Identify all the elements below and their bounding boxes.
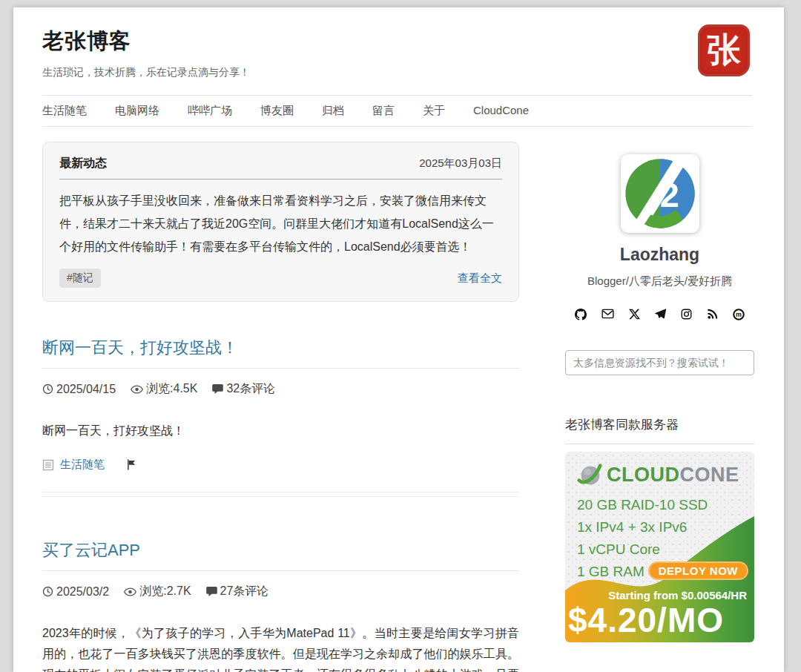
flag-icon[interactable]: [127, 459, 136, 470]
seal-logo[interactable]: 张: [698, 24, 750, 76]
post-excerpt: 2023年的时候，《为了孩子的学习，入手华为MatePad 11》。当时主要是给…: [42, 623, 519, 672]
avatar-logo: 2: [621, 154, 699, 233]
ad-monthly-price: $4.20/MO: [568, 600, 724, 640]
github-icon[interactable]: [575, 309, 587, 320]
notice-divider: [59, 179, 502, 179]
clock-icon: [42, 383, 53, 395]
ad-brand-cloud: CLOUD: [607, 464, 680, 486]
svg-text:m: m: [736, 311, 742, 318]
nav-item-friends[interactable]: 博友圈: [260, 104, 294, 118]
avatar[interactable]: 2: [621, 154, 699, 233]
site-title[interactable]: 老张博客: [42, 27, 752, 56]
post-date: 2025/04/15: [56, 383, 116, 396]
seal-character: 张: [707, 27, 741, 73]
ad-brand-cone: CONE: [680, 464, 739, 486]
notice-content: 把平板从孩子手里没收回来，准备做来日常看资料学习之后，安装了微信用来传文件，结果…: [59, 189, 502, 258]
rss-icon[interactable]: [707, 309, 718, 320]
profile-bio: Blogger/八零后老头/爱好折腾: [565, 274, 754, 289]
cloudcone-logo-icon: [576, 461, 604, 489]
notice-date: 2025年03月03日: [419, 157, 502, 171]
notice-title: 最新动态: [59, 156, 107, 171]
post-item: 断网一百天，打好攻坚战！ 2025/04/15 浏览:4.5K 32条评论: [42, 336, 519, 497]
sidebar: 2 Laozhang Blogger/八零后老头/爱好折腾 m 老张博客同款服务…: [565, 142, 754, 672]
post-separator: [42, 492, 519, 497]
svg-text:2: 2: [659, 176, 679, 214]
read-more-link[interactable]: 查看全文: [458, 271, 502, 286]
nav-item-computer[interactable]: 电脑网络: [115, 104, 159, 118]
profile-name: Laozhang: [565, 245, 754, 265]
search-input[interactable]: [565, 350, 754, 375]
mastodon-icon[interactable]: m: [733, 309, 745, 320]
post-category-link[interactable]: 生活随笔: [60, 458, 105, 472]
main-column: 最新动态 2025年03月03日 把平板从孩子手里没收回来，准备做来日常看资料学…: [42, 142, 519, 672]
main-nav: 生活随笔 电脑网络 哔哔广场 博友圈 归档 留言 关于 CloudCone: [42, 95, 752, 127]
nav-item-message[interactable]: 留言: [372, 104, 395, 118]
nav-item-life[interactable]: 生活随笔: [42, 104, 87, 118]
eye-icon: [131, 385, 143, 394]
ad-feature: 1 vCPU Core: [577, 538, 754, 561]
notice-tag[interactable]: #随记: [59, 269, 101, 288]
post-views: 浏览:4.5K: [146, 381, 197, 397]
comment-icon: [212, 384, 223, 394]
latest-updates-card: 最新动态 2025年03月03日 把平板从孩子手里没收回来，准备做来日常看资料学…: [42, 142, 519, 302]
post-title[interactable]: 买了云记APP: [42, 538, 519, 561]
post-date: 2025/03/2: [56, 585, 109, 599]
post-views: 浏览:2.7K: [139, 584, 191, 599]
deploy-now-button[interactable]: DEPLOY NOW: [648, 561, 748, 580]
category-icon: [42, 459, 54, 471]
x-icon[interactable]: [629, 309, 640, 320]
eye-icon: [124, 587, 136, 596]
telegram-icon[interactable]: [655, 309, 666, 320]
nav-item-bibi[interactable]: 哔哔广场: [188, 104, 232, 118]
post-comments[interactable]: 32条评论: [226, 381, 275, 397]
post-meta: 2025/03/2 浏览:2.7K 27条评论: [42, 584, 519, 599]
post-meta: 2025/04/15 浏览:4.5K 32条评论: [42, 381, 519, 397]
site-header: 老张博客 生活琐记，技术折腾，乐在记录点滴与分享！ 张: [42, 7, 752, 79]
site-subtitle: 生活琐记，技术折腾，乐在记录点滴与分享！: [42, 66, 752, 79]
comment-icon: [206, 587, 217, 596]
post-excerpt: 断网一百天，打好攻坚战！: [42, 421, 519, 441]
email-icon[interactable]: [601, 309, 614, 320]
nav-item-cloudcone[interactable]: CloudCone: [473, 104, 529, 118]
instagram-icon[interactable]: [681, 309, 692, 320]
content-area: 最新动态 2025年03月03日 把平板从孩子手里没收回来，准备做来日常看资料学…: [42, 127, 752, 672]
social-links: m: [565, 309, 754, 320]
cloudcone-ad-banner[interactable]: CLOUDCONE 20 GB RAID-10 SSD 1x IPv4 + 3x…: [565, 452, 754, 642]
nav-item-about[interactable]: 关于: [423, 104, 445, 118]
server-section-heading: 老张博客同款服务器: [565, 416, 754, 444]
clock-icon: [42, 586, 53, 597]
post-title[interactable]: 断网一百天，打好攻坚战！: [42, 336, 519, 359]
nav-item-archive[interactable]: 归档: [322, 104, 344, 118]
post-comments[interactable]: 27条评论: [220, 584, 269, 599]
ad-feature: 1x IPv4 + 3x IPv6: [577, 516, 754, 538]
blog-page: 老张博客 生活琐记，技术折腾，乐在记录点滴与分享！ 张 生活随笔 电脑网络 哔哔…: [13, 7, 784, 672]
ad-feature: 20 GB RAID-10 SSD: [577, 494, 754, 516]
post-item: 买了云记APP 2025/03/2 浏览:2.7K 27条评论: [42, 538, 519, 672]
